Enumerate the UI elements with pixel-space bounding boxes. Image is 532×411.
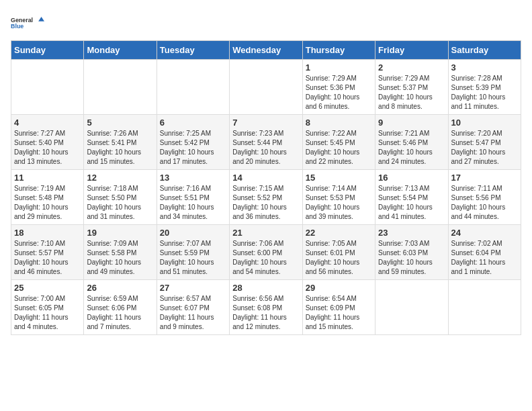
day-number: 29 — [306, 283, 372, 293]
header-cell-wednesday: Wednesday — [230, 41, 302, 60]
day-info: Sunrise: 6:57 AM Sunset: 6:07 PM Dayligh… — [160, 294, 226, 332]
header-cell-saturday: Saturday — [448, 41, 521, 60]
header-row: SundayMondayTuesdayWednesdayThursdayFrid… — [11, 41, 521, 60]
day-info: Sunrise: 7:22 AM Sunset: 5:45 PM Dayligh… — [306, 129, 372, 167]
day-number: 4 — [14, 118, 81, 128]
day-cell: 6Sunrise: 7:25 AM Sunset: 5:42 PM Daylig… — [157, 115, 229, 170]
day-number: 21 — [232, 228, 299, 238]
day-cell: 5Sunrise: 7:26 AM Sunset: 5:41 PM Daylig… — [84, 115, 157, 170]
day-number: 20 — [160, 228, 226, 238]
day-info: Sunrise: 7:03 AM Sunset: 6:03 PM Dayligh… — [378, 239, 445, 277]
day-number: 26 — [87, 283, 153, 293]
day-cell — [157, 60, 229, 115]
day-info: Sunrise: 7:13 AM Sunset: 5:54 PM Dayligh… — [378, 184, 445, 222]
day-cell: 1Sunrise: 7:29 AM Sunset: 5:36 PM Daylig… — [302, 60, 375, 115]
day-number: 23 — [378, 228, 445, 238]
day-cell: 12Sunrise: 7:18 AM Sunset: 5:50 PM Dayli… — [84, 170, 157, 225]
day-info: Sunrise: 7:00 AM Sunset: 6:05 PM Dayligh… — [14, 294, 81, 332]
day-info: Sunrise: 6:54 AM Sunset: 6:09 PM Dayligh… — [306, 294, 372, 332]
day-number: 5 — [87, 118, 153, 128]
header-cell-thursday: Thursday — [302, 41, 375, 60]
header-cell-tuesday: Tuesday — [157, 41, 229, 60]
logo-svg: General Blue — [11, 11, 44, 35]
day-number: 1 — [306, 62, 372, 73]
day-number: 11 — [14, 173, 81, 183]
day-info: Sunrise: 7:16 AM Sunset: 5:51 PM Dayligh… — [160, 184, 226, 222]
day-number: 18 — [14, 228, 81, 238]
page-header: General Blue — [11, 11, 521, 35]
week-row-2: 4Sunrise: 7:27 AM Sunset: 5:40 PM Daylig… — [11, 115, 521, 170]
day-cell: 14Sunrise: 7:15 AM Sunset: 5:52 PM Dayli… — [230, 170, 302, 225]
day-number: 25 — [14, 283, 81, 293]
day-info: Sunrise: 7:29 AM Sunset: 5:36 PM Dayligh… — [306, 74, 372, 111]
day-cell: 9Sunrise: 7:21 AM Sunset: 5:46 PM Daylig… — [375, 115, 448, 170]
svg-marker-2 — [38, 17, 44, 21]
day-number: 14 — [232, 173, 299, 183]
day-cell: 4Sunrise: 7:27 AM Sunset: 5:40 PM Daylig… — [11, 115, 84, 170]
day-info: Sunrise: 7:14 AM Sunset: 5:53 PM Dayligh… — [306, 184, 372, 222]
day-info: Sunrise: 7:29 AM Sunset: 5:37 PM Dayligh… — [378, 74, 445, 111]
header-cell-friday: Friday — [375, 41, 448, 60]
day-cell: 16Sunrise: 7:13 AM Sunset: 5:54 PM Dayli… — [375, 170, 448, 225]
day-number: 2 — [378, 62, 445, 73]
calendar-table: SundayMondayTuesdayWednesdayThursdayFrid… — [11, 40, 521, 335]
day-info: Sunrise: 7:07 AM Sunset: 5:59 PM Dayligh… — [160, 239, 226, 277]
week-row-5: 25Sunrise: 7:00 AM Sunset: 6:05 PM Dayli… — [11, 280, 521, 335]
day-info: Sunrise: 7:28 AM Sunset: 5:39 PM Dayligh… — [451, 74, 518, 111]
day-cell: 29Sunrise: 6:54 AM Sunset: 6:09 PM Dayli… — [302, 280, 375, 335]
day-info: Sunrise: 6:59 AM Sunset: 6:06 PM Dayligh… — [87, 294, 153, 332]
day-number: 10 — [451, 118, 518, 128]
day-number: 15 — [306, 173, 372, 183]
day-info: Sunrise: 7:06 AM Sunset: 6:00 PM Dayligh… — [232, 239, 299, 277]
day-info: Sunrise: 7:10 AM Sunset: 5:57 PM Dayligh… — [14, 239, 81, 277]
day-cell: 25Sunrise: 7:00 AM Sunset: 6:05 PM Dayli… — [11, 280, 84, 335]
day-info: Sunrise: 7:23 AM Sunset: 5:44 PM Dayligh… — [232, 129, 299, 167]
day-number: 12 — [87, 173, 153, 183]
day-cell: 18Sunrise: 7:10 AM Sunset: 5:57 PM Dayli… — [11, 225, 84, 280]
day-info: Sunrise: 7:18 AM Sunset: 5:50 PM Dayligh… — [87, 184, 153, 222]
day-cell — [11, 60, 84, 115]
day-number: 19 — [87, 228, 153, 238]
day-info: Sunrise: 7:11 AM Sunset: 5:56 PM Dayligh… — [451, 184, 518, 222]
day-cell: 23Sunrise: 7:03 AM Sunset: 6:03 PM Dayli… — [375, 225, 448, 280]
day-info: Sunrise: 7:02 AM Sunset: 6:04 PM Dayligh… — [451, 239, 518, 277]
day-number: 17 — [451, 173, 518, 183]
day-info: Sunrise: 7:27 AM Sunset: 5:40 PM Dayligh… — [14, 129, 81, 167]
day-info: Sunrise: 7:21 AM Sunset: 5:46 PM Dayligh… — [378, 129, 445, 167]
day-info: Sunrise: 7:09 AM Sunset: 5:58 PM Dayligh… — [87, 239, 153, 277]
day-cell: 13Sunrise: 7:16 AM Sunset: 5:51 PM Dayli… — [157, 170, 229, 225]
day-cell: 2Sunrise: 7:29 AM Sunset: 5:37 PM Daylig… — [375, 60, 448, 115]
day-info: Sunrise: 7:05 AM Sunset: 6:01 PM Dayligh… — [306, 239, 372, 277]
day-info: Sunrise: 6:56 AM Sunset: 6:08 PM Dayligh… — [232, 294, 299, 332]
day-cell — [84, 60, 157, 115]
week-row-4: 18Sunrise: 7:10 AM Sunset: 5:57 PM Dayli… — [11, 225, 521, 280]
day-number: 28 — [232, 283, 299, 293]
day-number: 13 — [160, 173, 226, 183]
day-cell: 10Sunrise: 7:20 AM Sunset: 5:47 PM Dayli… — [448, 115, 521, 170]
day-cell: 24Sunrise: 7:02 AM Sunset: 6:04 PM Dayli… — [448, 225, 521, 280]
day-number: 8 — [306, 118, 372, 128]
day-cell: 7Sunrise: 7:23 AM Sunset: 5:44 PM Daylig… — [230, 115, 302, 170]
logo: General Blue — [11, 11, 44, 35]
day-cell: 15Sunrise: 7:14 AM Sunset: 5:53 PM Dayli… — [302, 170, 375, 225]
day-info: Sunrise: 7:19 AM Sunset: 5:48 PM Dayligh… — [14, 184, 81, 222]
day-number: 22 — [306, 228, 372, 238]
day-cell: 3Sunrise: 7:28 AM Sunset: 5:39 PM Daylig… — [448, 60, 521, 115]
header-cell-monday: Monday — [84, 41, 157, 60]
week-row-3: 11Sunrise: 7:19 AM Sunset: 5:48 PM Dayli… — [11, 170, 521, 225]
day-info: Sunrise: 7:26 AM Sunset: 5:41 PM Dayligh… — [87, 129, 153, 167]
day-number: 6 — [160, 118, 226, 128]
day-cell: 19Sunrise: 7:09 AM Sunset: 5:58 PM Dayli… — [84, 225, 157, 280]
day-number: 3 — [451, 62, 518, 73]
day-number: 24 — [451, 228, 518, 238]
day-cell: 11Sunrise: 7:19 AM Sunset: 5:48 PM Dayli… — [11, 170, 84, 225]
day-info: Sunrise: 7:20 AM Sunset: 5:47 PM Dayligh… — [451, 129, 518, 167]
day-info: Sunrise: 7:15 AM Sunset: 5:52 PM Dayligh… — [232, 184, 299, 222]
day-number: 9 — [378, 118, 445, 128]
day-cell — [375, 280, 448, 335]
svg-text:Blue: Blue — [11, 23, 24, 30]
header-cell-sunday: Sunday — [11, 41, 84, 60]
day-cell: 26Sunrise: 6:59 AM Sunset: 6:06 PM Dayli… — [84, 280, 157, 335]
day-cell: 28Sunrise: 6:56 AM Sunset: 6:08 PM Dayli… — [230, 280, 302, 335]
day-info: Sunrise: 7:25 AM Sunset: 5:42 PM Dayligh… — [160, 129, 226, 167]
